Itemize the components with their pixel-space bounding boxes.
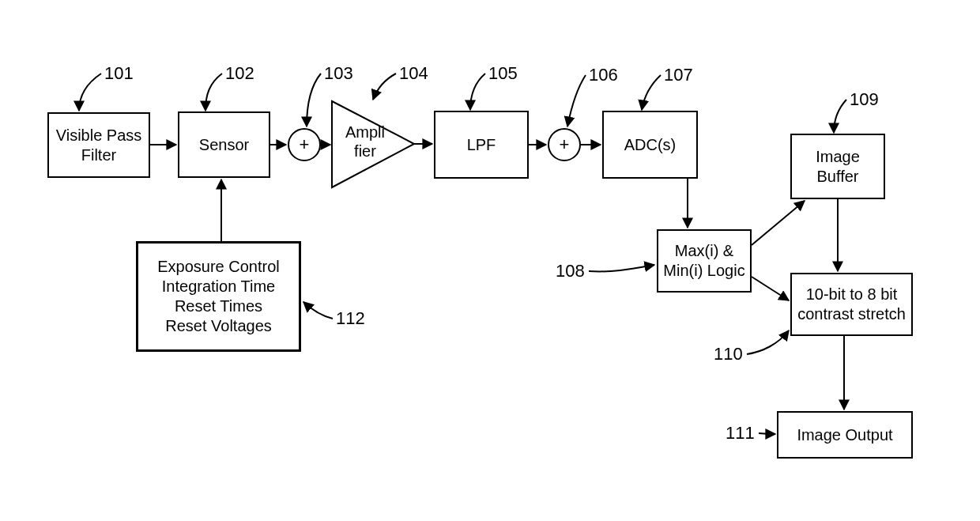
ref-106: 106 xyxy=(589,65,618,85)
ref-112: 112 xyxy=(336,308,365,329)
block-contrast-stretch: 10-bit to 8 bit contrast stretch xyxy=(790,273,913,336)
block-lpf: LPF xyxy=(434,111,529,179)
ref-110: 110 xyxy=(714,344,743,364)
ref-105: 105 xyxy=(488,63,518,84)
svg-line-7 xyxy=(752,201,805,245)
block-amplifier-label: Ampli fier xyxy=(341,123,389,160)
summing-junction-103: + xyxy=(288,128,321,161)
diagram-stage: Visible Pass Filter Sensor + Ampli fier … xyxy=(0,0,980,521)
ref-102: 102 xyxy=(225,63,254,84)
block-image-output: Image Output xyxy=(777,411,913,459)
block-image-buffer: Image Buffer xyxy=(790,134,885,199)
svg-line-8 xyxy=(752,277,789,300)
block-maxmin-logic: Max(i) & Min(i) Logic xyxy=(657,229,752,293)
ref-108: 108 xyxy=(556,261,585,281)
ref-103: 103 xyxy=(324,63,353,84)
ref-111: 111 xyxy=(726,423,755,444)
ref-109: 109 xyxy=(850,89,879,110)
block-adc: ADC(s) xyxy=(602,111,698,179)
ref-104: 104 xyxy=(399,63,428,84)
ref-101: 101 xyxy=(104,63,134,84)
block-sensor: Sensor xyxy=(178,111,270,178)
block-visible-pass-filter: Visible Pass Filter xyxy=(47,112,150,178)
summing-junction-106: + xyxy=(548,128,581,161)
ref-107: 107 xyxy=(664,65,693,85)
block-exposure-control: Exposure Control Integration Time Reset … xyxy=(136,241,301,352)
